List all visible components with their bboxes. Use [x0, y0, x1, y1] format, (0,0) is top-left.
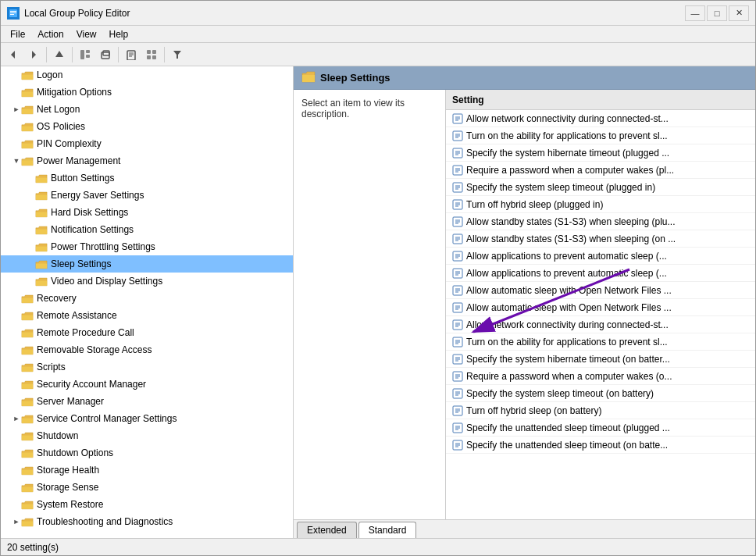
tree-item-video-display-settings[interactable]: Video and Display Settings — [1, 273, 293, 290]
tree-arrow-system-restore — [12, 500, 21, 509]
setting-row[interactable]: Turn on the ability for applications to … — [446, 333, 755, 351]
setting-text: Allow automatic sleep with Open Network … — [466, 285, 672, 296]
header-folder-icon — [301, 71, 316, 85]
tree-item-remote-assistance[interactable]: Remote Assistance — [1, 307, 293, 324]
setting-row[interactable]: Specify the system sleep timeout (on bat… — [446, 385, 755, 402]
description-pane: Select an item to view its description. — [294, 90, 446, 519]
setting-row[interactable]: Turn off hybrid sleep (plugged in) — [446, 196, 755, 213]
setting-row[interactable]: Specify the system hibernate timeout (on… — [446, 351, 755, 368]
tree-item-pin-complexity[interactable]: PIN Complexity — [1, 135, 293, 152]
menu-file[interactable]: File — [4, 27, 31, 41]
status-bar: 20 setting(s) — [1, 538, 755, 555]
setting-icon — [452, 199, 463, 210]
forward-button[interactable] — [24, 45, 43, 64]
tree-arrow-power-management: ▼ — [12, 156, 21, 166]
folder-icon-button-settings — [35, 173, 48, 184]
tab-standard[interactable]: Standard — [358, 522, 417, 538]
folder-icon-security-account-manager — [21, 379, 34, 390]
tree-arrow-notification-settings — [26, 225, 35, 234]
tree-item-recovery[interactable]: Recovery — [1, 290, 293, 307]
svg-rect-10 — [86, 55, 90, 58]
menu-view[interactable]: View — [70, 27, 103, 41]
setting-row[interactable]: Allow network connectivity during connec… — [446, 110, 755, 127]
tree-item-server-manager[interactable]: Server Manager — [1, 393, 293, 410]
new-window-button[interactable] — [96, 45, 115, 64]
setting-row[interactable]: Allow standby states (S1-S3) when sleepi… — [446, 230, 755, 248]
tree-item-service-control-manager[interactable]: ► Service Control Manager Settings — [1, 410, 293, 427]
tree-item-power-throttling[interactable]: Power Throttling Settings — [1, 238, 293, 255]
setting-row[interactable]: Allow applications to prevent automatic … — [446, 248, 755, 265]
tree-label-storage-health: Storage Health — [37, 465, 99, 476]
tree-item-removable-storage-access[interactable]: Removable Storage Access — [1, 341, 293, 358]
menu-help[interactable]: Help — [103, 27, 135, 41]
setting-row[interactable]: Require a password when a computer wakes… — [446, 368, 755, 385]
setting-icon — [452, 113, 463, 124]
tree-item-scripts[interactable]: Scripts — [1, 358, 293, 376]
setting-text: Allow standby states (S1-S3) when sleepi… — [466, 233, 676, 244]
back-button[interactable] — [4, 45, 23, 64]
tree-item-system-restore[interactable]: System Restore — [1, 496, 293, 513]
setting-icon — [452, 285, 463, 296]
setting-row[interactable]: Allow automatic sleep with Open Network … — [446, 299, 755, 316]
title-bar: Local Group Policy Editor — □ ✕ — [1, 1, 755, 26]
show-hide-tree-button[interactable] — [76, 45, 94, 64]
tree-item-shutdown-options[interactable]: Shutdown Options — [1, 444, 293, 462]
setting-text: Allow automatic sleep with Open Network … — [466, 302, 672, 313]
tree-item-os-policies[interactable]: OS Policies — [1, 118, 293, 135]
setting-row[interactable]: Allow applications to prevent automatic … — [446, 265, 755, 282]
tree-item-security-account-manager[interactable]: Security Account Manager — [1, 376, 293, 393]
tab-extended[interactable]: Extended — [297, 522, 357, 538]
setting-row[interactable]: Specify the system hibernate timeout (pl… — [446, 144, 755, 162]
view-button[interactable] — [142, 45, 161, 64]
setting-row[interactable]: Allow network connectivity during connec… — [446, 316, 755, 333]
tree-arrow-logon — [12, 70, 21, 80]
setting-row[interactable]: Require a password when a computer wakes… — [446, 162, 755, 179]
tree-arrow-energy-saver-settings — [26, 191, 35, 200]
close-button[interactable]: ✕ — [729, 5, 749, 21]
tree-item-button-settings[interactable]: Button Settings — [1, 169, 293, 187]
tree-label-server-manager: Server Manager — [37, 396, 104, 407]
folder-icon-net-logon — [21, 104, 34, 115]
tree-arrow-video-display-settings — [26, 276, 35, 286]
tree-label-notification-settings: Notification Settings — [51, 224, 134, 235]
settings-pane: Setting Allow network connectivity durin… — [446, 90, 755, 519]
folder-icon-service-control-manager — [21, 413, 34, 424]
setting-text: Specify the unattended sleep timeout (on… — [466, 440, 668, 451]
status-text: 20 setting(s) — [7, 542, 59, 553]
tree-item-storage-health[interactable]: Storage Health — [1, 462, 293, 479]
tree-item-hard-disk-settings[interactable]: Hard Disk Settings — [1, 204, 293, 221]
setting-icon — [452, 302, 463, 313]
setting-row[interactable]: Specify the unattended sleep timeout (pl… — [446, 419, 755, 437]
tree-label-net-logon: Net Logon — [37, 104, 80, 115]
tree-label-power-throttling: Power Throttling Settings — [51, 241, 155, 252]
tree-item-power-management[interactable]: ▼ Power Management — [1, 152, 293, 169]
setting-row[interactable]: Turn on the ability for applications to … — [446, 127, 755, 144]
window-controls: — □ ✕ — [685, 5, 749, 21]
minimize-button[interactable]: — — [685, 5, 705, 21]
tree-item-logon[interactable]: Logon — [1, 66, 293, 84]
setting-row[interactable]: Turn off hybrid sleep (on battery) — [446, 402, 755, 419]
tree-item-energy-saver-settings[interactable]: Energy Saver Settings — [1, 187, 293, 204]
properties-button[interactable] — [122, 45, 141, 64]
setting-row[interactable]: Allow automatic sleep with Open Network … — [446, 282, 755, 299]
setting-row[interactable]: Allow standby states (S1-S3) when sleepi… — [446, 213, 755, 230]
folder-icon-video-display-settings — [35, 276, 48, 287]
tabs-bar: ExtendedStandard — [294, 519, 755, 538]
tree-item-remote-procedure-call[interactable]: Remote Procedure Call — [1, 324, 293, 341]
tree-item-troubleshooting-diagnostics[interactable]: ► Troubleshooting and Diagnostics — [1, 513, 293, 530]
maximize-button[interactable]: □ — [707, 5, 727, 21]
up-button[interactable] — [50, 45, 69, 64]
setting-row[interactable]: Specify the system sleep timeout (plugge… — [446, 179, 755, 196]
tree-item-storage-sense[interactable]: Storage Sense — [1, 479, 293, 496]
tree-label-pin-complexity: PIN Complexity — [37, 138, 102, 149]
tree-item-shutdown[interactable]: Shutdown — [1, 427, 293, 444]
tree-label-os-policies: OS Policies — [37, 121, 85, 132]
setting-row[interactable]: Specify the unattended sleep timeout (on… — [446, 437, 755, 454]
tree-item-net-logon[interactable]: ► Net Logon — [1, 101, 293, 118]
filter-button[interactable] — [168, 45, 187, 64]
menu-action[interactable]: Action — [31, 27, 70, 41]
tree-item-mitigation-options[interactable]: Mitigation Options — [1, 84, 293, 101]
tree-label-remote-procedure-call: Remote Procedure Call — [37, 327, 134, 338]
tree-item-sleep-settings[interactable]: Sleep Settings — [1, 255, 293, 273]
tree-item-notification-settings[interactable]: Notification Settings — [1, 221, 293, 238]
